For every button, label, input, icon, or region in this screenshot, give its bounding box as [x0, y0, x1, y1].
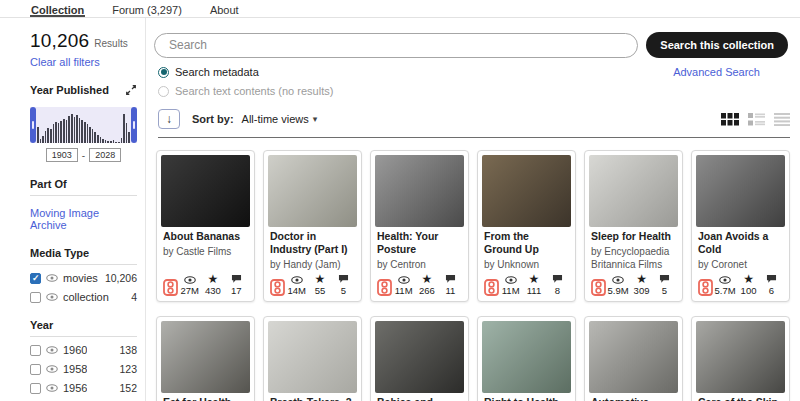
- facet-checkbox[interactable]: [30, 364, 41, 375]
- facet-checkbox[interactable]: [30, 345, 41, 356]
- histogram-min-handle[interactable]: [30, 107, 36, 143]
- reviews-count: 8: [555, 285, 560, 296]
- histogram-bar: [102, 139, 104, 143]
- list-view-button[interactable]: [748, 113, 765, 126]
- comment-icon: [231, 274, 242, 284]
- histogram-bar: [68, 116, 70, 143]
- sort-value-dropdown[interactable]: All-time views ▾: [242, 113, 318, 125]
- year-max-input[interactable]: [89, 148, 121, 162]
- radio-unselected-icon[interactable]: [158, 86, 169, 97]
- result-title[interactable]: Health: Your Posture: [377, 230, 462, 256]
- clear-all-filters-link[interactable]: Clear all filters: [30, 56, 100, 68]
- facet-label[interactable]: 1960: [63, 344, 87, 356]
- result-thumbnail[interactable]: [589, 155, 678, 227]
- tab-about[interactable]: About: [209, 3, 240, 17]
- result-tile[interactable]: Breath-Takers, 2 ★: [263, 316, 362, 401]
- result-thumbnail[interactable]: [268, 321, 357, 393]
- eye-filter-icon[interactable]: [46, 346, 58, 354]
- result-thumbnail[interactable]: [161, 321, 250, 393]
- star-icon: ★: [208, 274, 219, 284]
- result-title[interactable]: Right to Health, A (Part I): [484, 396, 569, 401]
- movies-media-icon: [591, 279, 606, 296]
- result-tile[interactable]: Sleep for Health by Encyclopaedia Britan…: [584, 150, 683, 302]
- result-title[interactable]: Automotive Service: [591, 396, 676, 401]
- histogram-bar: [47, 128, 49, 143]
- eye-filter-icon[interactable]: [46, 293, 58, 301]
- year-title: Year: [30, 319, 137, 337]
- result-title[interactable]: Eat for Health: [163, 396, 248, 401]
- sort-direction-button[interactable]: ↓: [158, 109, 180, 129]
- result-thumbnail[interactable]: [161, 155, 250, 227]
- result-tile[interactable]: Doctor in Industry (Part I) by Handy (Ja…: [263, 150, 362, 302]
- result-tile[interactable]: Eat for Health by Encyclopaedia Britanni…: [156, 316, 255, 401]
- facet-checkbox[interactable]: [30, 273, 41, 284]
- result-info: Joan Avoids a Cold by Coronet Instructio…: [692, 227, 789, 272]
- year-published-histogram[interactable]: [30, 107, 137, 143]
- histogram-bar: [105, 140, 107, 143]
- facet-row: 1958 123: [30, 363, 137, 375]
- expand-icon[interactable]: [125, 84, 137, 96]
- facet-label[interactable]: 1958: [63, 363, 87, 375]
- facet-label[interactable]: 1956: [63, 382, 87, 394]
- movies-media-icon: [698, 279, 713, 296]
- eye-filter-icon[interactable]: [46, 384, 58, 392]
- histogram-bar: [79, 118, 81, 143]
- result-title[interactable]: Breath-Takers, 2: [270, 396, 355, 401]
- tab-forum[interactable]: Forum (3,297): [111, 3, 183, 17]
- star-icon: ★: [315, 274, 326, 284]
- histogram-bar: [84, 122, 86, 143]
- facet-label[interactable]: movies: [63, 272, 98, 284]
- facet-checkbox[interactable]: [30, 292, 41, 303]
- facet-checkbox[interactable]: [30, 383, 41, 394]
- histogram-bar: [81, 120, 83, 143]
- result-thumbnail[interactable]: [482, 321, 571, 393]
- search-metadata-option[interactable]: Search metadata: [158, 66, 333, 78]
- result-title[interactable]: Babies and Breadwinners (Part II): [377, 396, 462, 401]
- result-thumbnail[interactable]: [589, 321, 678, 393]
- eye-filter-icon[interactable]: [46, 274, 58, 282]
- eye-icon: [505, 276, 517, 284]
- media-type-list: movies 10,206 collection 4: [30, 272, 137, 303]
- facet-label[interactable]: collection: [63, 291, 109, 303]
- advanced-search-link[interactable]: Advanced Search: [673, 66, 760, 97]
- result-title[interactable]: About Bananas: [163, 230, 248, 243]
- reviews-count: 17: [231, 285, 242, 296]
- result-tile[interactable]: Automotive Service by Holmes (Burton) Fi…: [584, 316, 683, 401]
- radio-selected-icon[interactable]: [158, 67, 169, 78]
- year-published-title: Year Published: [30, 84, 109, 96]
- result-tile[interactable]: Health: Your Posture by Centron Corporat…: [370, 150, 469, 302]
- result-title[interactable]: From the Ground Up: [484, 230, 569, 256]
- tab-collection[interactable]: Collection: [30, 3, 85, 17]
- search-input[interactable]: [154, 33, 638, 58]
- histogram-max-handle[interactable]: [131, 107, 137, 143]
- result-thumbnail[interactable]: [375, 155, 464, 227]
- result-tile[interactable]: From the Ground Up by Unknown 11M ★ 111 …: [477, 150, 576, 302]
- histogram-bar: [42, 136, 44, 143]
- views-count: 27M: [180, 285, 198, 296]
- compact-view-button[interactable]: [774, 113, 790, 126]
- views-stat: 11M: [501, 276, 521, 296]
- search-collection-button[interactable]: Search this collection: [646, 32, 788, 58]
- result-thumbnail[interactable]: [696, 321, 785, 393]
- result-thumbnail[interactable]: [375, 321, 464, 393]
- result-tile[interactable]: Right to Health, A (Part I) by Professio…: [477, 316, 576, 401]
- grid-view-button[interactable]: [721, 113, 739, 126]
- result-title[interactable]: Care of the Skin: [698, 396, 783, 401]
- result-title[interactable]: Joan Avoids a Cold: [698, 230, 783, 256]
- result-tile[interactable]: Care of the Skin by Encyclopaedia Britan…: [691, 316, 790, 401]
- result-tile[interactable]: About Bananas by Castle Films 27M ★ 430 …: [156, 150, 255, 302]
- result-tile[interactable]: Joan Avoids a Cold by Coronet Instructio…: [691, 150, 790, 302]
- result-title[interactable]: Doctor in Industry (Part I): [270, 230, 355, 256]
- result-thumbnail[interactable]: [268, 155, 357, 227]
- result-title[interactable]: Sleep for Health: [591, 230, 676, 243]
- result-thumbnail[interactable]: [696, 155, 785, 227]
- eye-filter-icon[interactable]: [46, 365, 58, 373]
- histogram-bar: [92, 129, 94, 143]
- result-tile[interactable]: Babies and Breadwinners (Part II) ★: [370, 316, 469, 401]
- part-of-link[interactable]: Moving Image Archive: [30, 207, 137, 231]
- result-thumbnail[interactable]: [482, 155, 571, 227]
- star-icon: ★: [636, 274, 647, 284]
- comment-icon: [552, 274, 563, 284]
- year-min-input[interactable]: [46, 148, 78, 162]
- search-text-contents-option[interactable]: Search text contents (no results): [158, 85, 333, 97]
